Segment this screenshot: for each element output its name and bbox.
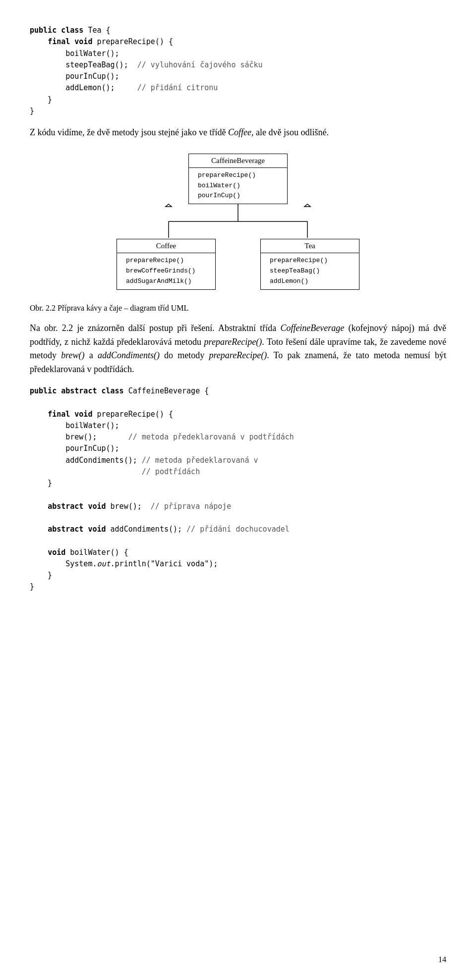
uml-body-coffee: prepareRecipe()brewCoffeeGrinds()addSuga… <box>117 253 215 289</box>
prose-1: Z kódu vidíme, že dvě metody jsou stejné… <box>30 126 446 140</box>
uml-arrows-svg <box>99 204 377 239</box>
uml-header-caffeinebeverage: CaffeineBeverage <box>189 154 287 168</box>
svg-marker-5 <box>304 204 310 207</box>
uml-diagram: CaffeineBeverage prepareRecipe()boilWate… <box>99 154 377 290</box>
uml-header-tea: Tea <box>261 239 359 253</box>
uml-body-tea: prepareRecipe()steepTeaBag()addLemon() <box>261 253 359 289</box>
uml-caption: Obr. 2.2 Příprava kávy a čaje – diagram … <box>30 304 446 313</box>
uml-children: Coffee prepareRecipe()brewCoffeeGrinds()… <box>99 239 377 289</box>
uml-box-caffeinebeverage: CaffeineBeverage prepareRecipe()boilWate… <box>188 154 288 204</box>
code-block-2: public abstract class CaffeineBeverage {… <box>30 385 446 593</box>
uml-header-coffee: Coffee <box>117 239 215 253</box>
uml-box-coffee: Coffee prepareRecipe()brewCoffeeGrinds()… <box>117 239 216 289</box>
uml-body-caffeinebeverage: prepareRecipe()boilWater()pourInCup() <box>189 168 287 204</box>
code-block-1: public class Tea { final void prepareRec… <box>30 25 446 117</box>
svg-marker-4 <box>166 204 172 207</box>
uml-box-tea: Tea prepareRecipe()steepTeaBag()addLemon… <box>260 239 359 289</box>
prose-2: Na obr. 2.2 je znázorněn další postup př… <box>30 322 446 377</box>
page-number: 14 <box>438 955 446 964</box>
